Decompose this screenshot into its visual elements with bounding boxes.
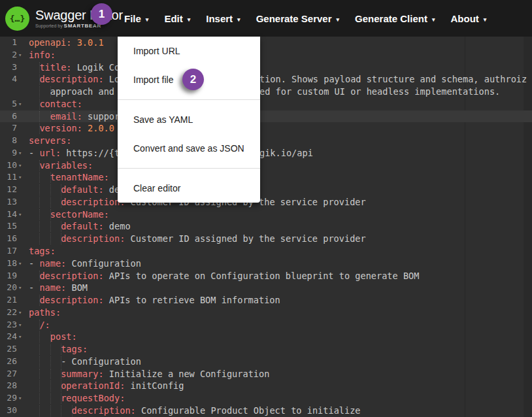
- menu-insert[interactable]: Insert▾: [206, 13, 240, 24]
- code-line-26[interactable]: 26- Configuration: [0, 356, 532, 368]
- code-line-18[interactable]: 18▾- name: Configuration: [0, 258, 532, 270]
- indent-guide: [39, 197, 40, 208]
- code-line-9[interactable]: 9▾- url: https://{tgik.io/api: [0, 147, 532, 159]
- code-line-14[interactable]: 14▾sectorName:: [0, 208, 532, 221]
- menu-divider: [118, 168, 260, 169]
- line-number: 1: [0, 37, 17, 49]
- indent-guide: [39, 184, 40, 195]
- code-text: gik.io/api: [259, 147, 313, 159]
- code-line-4[interactable]: 4description: Lotion. Shows payload stru…: [0, 73, 532, 86]
- code-text: /:: [39, 319, 50, 331]
- code-text: version: 2.0.0: [39, 122, 114, 135]
- fold-icon[interactable]: ▾: [18, 392, 22, 405]
- fold-icon[interactable]: ▾: [18, 258, 22, 270]
- code-line-28[interactable]: 28operationId: initConfig: [0, 380, 532, 392]
- code-line-20[interactable]: 20▾- name: BOM: [0, 282, 532, 294]
- menu-generate-server[interactable]: Generate Server▾: [256, 13, 339, 24]
- indent-guide: [50, 405, 51, 416]
- code-line-1[interactable]: 1openapi: 3.0.1: [0, 37, 532, 49]
- dropdown-item-clear-editor[interactable]: Clear editor: [118, 174, 260, 203]
- indent-guide: [39, 86, 40, 97]
- annotation-badge-1: 1: [91, 3, 112, 25]
- code-line-15[interactable]: 15default: demo: [0, 220, 532, 233]
- dropdown-item-save-as-yaml[interactable]: Save as YAML: [118, 105, 260, 134]
- code-line-12[interactable]: 12default: de: [0, 184, 532, 196]
- fold-icon[interactable]: ▾: [18, 208, 22, 221]
- code-line-10[interactable]: 10▾variables:: [0, 159, 532, 172]
- menu-about[interactable]: About▾: [450, 13, 486, 24]
- code-line-23[interactable]: 23▾/:: [0, 319, 532, 331]
- fold-icon[interactable]: ▾: [18, 331, 22, 343]
- line-number: 6: [0, 110, 17, 123]
- code-editor[interactable]: 1openapi: 3.0.12▾info:3title: Logik Co4d…: [0, 37, 532, 417]
- fold-icon[interactable]: ▾: [18, 307, 22, 319]
- dropdown-item-convert-and-save-as-json[interactable]: Convert and save as JSON: [118, 134, 260, 163]
- code-line-2[interactable]: 2▾info:: [0, 49, 532, 61]
- header: {…} Swagger Editor Supported by SMARTBEA…: [0, 0, 532, 37]
- fold-icon[interactable]: ▾: [18, 171, 22, 184]
- menu-file[interactable]: File▾: [124, 13, 148, 24]
- code-line-29[interactable]: 29▾requestBody:: [0, 392, 532, 405]
- code-line-11[interactable]: 11▾tenantName:: [0, 171, 532, 184]
- code-line-21[interactable]: 21description: APIs to retrieve BOM info…: [0, 294, 532, 307]
- code-text: info:: [29, 49, 56, 61]
- code-line-27[interactable]: 27summary: Initialize a new Configuratio…: [0, 368, 532, 380]
- indent-guide: [39, 209, 40, 220]
- code-line-22[interactable]: 22▾paths:: [0, 307, 532, 319]
- code-text: title: Logik Co: [39, 61, 120, 74]
- line-number: 20: [0, 282, 17, 294]
- fold-icon[interactable]: ▾: [18, 282, 22, 294]
- line-number: 23: [0, 319, 17, 331]
- chevron-down-icon: ▾: [337, 16, 340, 23]
- indent-guide: [39, 369, 40, 380]
- indent-guide: [39, 331, 40, 342]
- code-text: openapi: 3.0.1: [29, 37, 104, 49]
- indent-guide: [50, 356, 51, 367]
- code-line-30[interactable]: 30description: Configurable Product Obje…: [0, 405, 532, 417]
- line-number: 21: [0, 294, 17, 307]
- code-line-24[interactable]: 24▾post:: [0, 331, 532, 343]
- menu-edit[interactable]: Edit▾: [164, 13, 190, 24]
- code-line-17[interactable]: 17tags:: [0, 245, 532, 258]
- indent-guide: [50, 393, 51, 404]
- indent-guide: [50, 344, 51, 355]
- code-line-13[interactable]: 13description: Customer ID assigned by t…: [0, 196, 532, 208]
- supported-by-label: Supported by: [35, 24, 63, 28]
- fold-icon[interactable]: ▾: [18, 147, 22, 159]
- fold-icon[interactable]: ▾: [18, 159, 22, 172]
- indent-guide: [39, 221, 40, 232]
- chevron-down-icon: ▾: [237, 16, 241, 23]
- code-line-25[interactable]: 25tags:: [0, 343, 532, 356]
- code-text: tags:: [29, 245, 56, 258]
- code-text: - Configuration: [61, 356, 141, 368]
- line-number: 22: [0, 307, 17, 319]
- menu-label: About: [450, 13, 478, 24]
- code-line-8[interactable]: 8servers:: [0, 135, 532, 147]
- line-number: 17: [0, 245, 17, 258]
- line-number: 2: [0, 49, 17, 61]
- dropdown-item-import-url[interactable]: Import URL: [118, 37, 260, 65]
- fold-icon[interactable]: ▾: [18, 49, 22, 61]
- line-number: 4: [0, 73, 17, 86]
- menu-label: Generate Client: [355, 13, 427, 24]
- code-line-7[interactable]: 7version: 2.0.0: [0, 122, 532, 135]
- fold-icon[interactable]: ▾: [18, 319, 22, 331]
- line-number: 16: [0, 233, 17, 245]
- code-line-5[interactable]: 5▾contact:: [0, 98, 532, 110]
- code-line-16[interactable]: 16description: Customer ID assigned by t…: [0, 233, 532, 245]
- smartbear-label: SMARTBEAR: [64, 23, 101, 29]
- code-line-6[interactable]: 6email: suppor: [0, 110, 532, 123]
- code-line-wrap[interactable]: approach anded for custom UI or headless…: [0, 86, 532, 98]
- code-lines: 1openapi: 3.0.12▾info:3title: Logik Co4d…: [0, 37, 532, 417]
- line-number: 28: [0, 380, 17, 392]
- code-line-19[interactable]: 19description: APIs to operate on Config…: [0, 270, 532, 282]
- code-text: summary: Initialize a new Configuration: [61, 368, 269, 380]
- line-number: 24: [0, 331, 17, 343]
- code-text: approach and: [50, 86, 114, 98]
- code-line-3[interactable]: 3title: Logik Co: [0, 61, 532, 74]
- menu-generate-client[interactable]: Generate Client▾: [355, 13, 435, 24]
- code-text: requestBody:: [61, 392, 125, 405]
- menu-label: Edit: [164, 13, 182, 24]
- fold-icon[interactable]: ▾: [18, 98, 22, 110]
- line-number: 15: [0, 220, 17, 233]
